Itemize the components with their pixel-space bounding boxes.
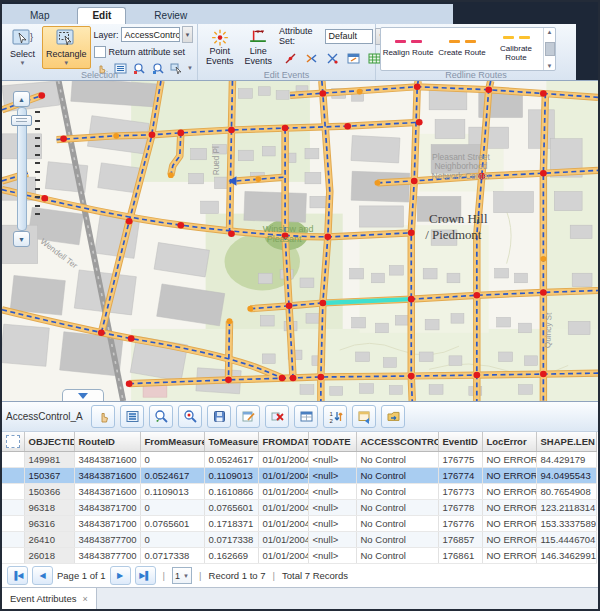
column-header[interactable]: ToMeasure [204,432,258,452]
zoom-to-selected-icon[interactable] [149,405,173,428]
table-cell: <null> [308,548,356,564]
select-button[interactable]: } Select ▼ [6,26,39,69]
event-table: OBJECTID RouteID FromMeasure ToMeasure F… [2,432,597,564]
table-row[interactable]: 1499813484387160000.052461701/01/2004<nu… [2,452,596,468]
layer-dropdown-button[interactable]: ▼ [182,26,193,43]
table-row[interactable]: 264103484387770000.071733801/01/2004<nul… [2,532,596,548]
table-cell: 0.162669 [204,548,258,564]
tab-review[interactable]: Review [140,8,201,24]
line-events-button[interactable]: Line Events [241,26,277,69]
zoom-in-button[interactable]: ▲ [13,91,30,107]
save-icon[interactable] [207,405,231,428]
point-events-button[interactable]: Point Events [202,26,238,69]
chevron-down-icon: ▼ [183,573,189,579]
map-canvas[interactable]: Wendell Ter Rued Pl Quincy St Winslow an… [2,81,598,401]
realign-route-button[interactable]: Realign Route [381,40,435,57]
page-indicator: Page 1 of 1 [57,570,106,581]
event-table-grid: OBJECTID RouteID FromMeasure ToMeasure F… [2,432,598,564]
edit-attributes-icon[interactable] [236,405,260,428]
column-header[interactable]: FROMDATE [258,432,308,452]
table-cell: 0.1610866 [204,484,258,500]
table-cell: 176778 [438,500,482,516]
table-cell: 34843877700 [74,532,140,548]
row-selector[interactable] [2,532,24,548]
last-page-button[interactable]: ▶▌ [135,566,156,585]
calibrate-route-button[interactable]: Calibrate Route [489,36,543,62]
event-table-body: 1499813484387160000.052461701/01/2004<nu… [2,452,596,564]
table-row[interactable]: 963183484387170000.076560101/01/2004<nul… [2,500,596,516]
tab-map[interactable]: Map [16,8,63,24]
table-cell: 176774 [438,468,482,484]
row-selector[interactable] [2,516,24,532]
svg-text:2: 2 [329,418,333,424]
scroll-down-icon[interactable]: ▼ [547,63,553,69]
table-row[interactable]: 150366348438716000.11090130.161086601/01… [2,484,596,500]
table-row[interactable]: 26018348438777000.07173380.16266901/01/2… [2,548,596,564]
tab-edit[interactable]: Edit [77,7,126,24]
page-select[interactable]: 1 ▼ [172,567,192,584]
zoom-slider-handle[interactable] [11,115,32,126]
gallery-scrollbar[interactable]: ▲ ▼ [543,28,555,70]
ribbon-filler [576,24,598,80]
table-cell: 01/01/2004 [258,532,308,548]
layer-select[interactable]: AccessControl_A [121,27,180,42]
table-cell: 34843871600 [74,484,140,500]
open-window-icon[interactable] [352,405,376,428]
pan-to-selected-icon[interactable] [178,405,202,428]
poi-label: Network Center [432,171,491,181]
table-cell: <null> [308,468,356,484]
column-header[interactable]: OBJECTID [24,432,74,452]
column-header[interactable]: ACCESSCONTROL [356,432,438,452]
table-cell: 0 [140,532,204,548]
column-header[interactable]: LocError [482,432,536,452]
event-attributes-window-icon[interactable] [344,49,363,67]
event-attributes-tab[interactable]: Event Attributes × [2,588,97,609]
retire-event-icon[interactable] [323,49,342,67]
table-cell: 150366 [24,484,74,500]
map-view[interactable]: Wendell Ter Rued Pl Quincy St Winslow an… [2,81,598,401]
sort-icon[interactable]: 12 [323,405,347,428]
close-icon[interactable]: × [83,594,88,604]
column-header[interactable]: RouteID [74,432,140,452]
next-page-button[interactable]: ▶ [110,566,131,585]
split-event-icon[interactable] [281,49,300,67]
panel-collapse-tab[interactable] [62,389,104,401]
table-cell: No Control [356,500,438,516]
row-selector[interactable] [2,548,24,564]
column-header[interactable]: FromMeasure [140,432,204,452]
rectangle-tool-icon [54,28,78,50]
rectangle-button[interactable]: Rectangle ▼ [42,26,91,69]
event-table-panel: AccessControl_A [2,401,598,587]
table-cell: <null> [308,532,356,548]
select-features-icon[interactable] [91,405,115,428]
show-list-icon[interactable] [120,405,144,428]
row-selector[interactable] [2,452,24,468]
export-icon[interactable] [381,405,405,428]
selector-column-header[interactable] [2,432,24,452]
page-select-value: 1 [175,571,180,581]
table-row[interactable]: 96316348438717000.07656010.171837101/01/… [2,516,596,532]
scrollbar-thumb[interactable] [545,42,555,56]
merge-events-icon[interactable] [302,49,321,67]
table-row[interactable]: 150367348438716000.05246170.110901301/01… [2,468,596,484]
realign-route-label: Realign Route [383,48,434,57]
column-header[interactable]: EventID [438,432,482,452]
row-selector[interactable] [2,468,24,484]
table-cell: NO ERROR [482,532,536,548]
create-route-button[interactable]: Create Route [435,40,489,57]
table-cell: 26410 [24,532,74,548]
show-table-icon[interactable] [294,405,318,428]
attribute-set-select[interactable]: Default [325,29,373,44]
edit-events-group: Point Events Line Events Attribute Set: … [198,24,376,80]
column-header[interactable]: TODATE [308,432,356,452]
row-selector[interactable] [2,500,24,516]
row-selector[interactable] [2,484,24,500]
column-header[interactable]: SHAPE.LEN [536,432,596,452]
zoom-out-button[interactable]: ▼ [13,231,30,247]
first-page-button[interactable]: ▐◀ [7,566,28,585]
return-attribute-set-checkbox[interactable] [94,46,106,58]
previous-page-button[interactable]: ◀ [32,566,53,585]
scroll-up-icon[interactable]: ▲ [547,29,553,35]
delete-selected-icon[interactable] [265,405,289,428]
calibrate-route-label: Calibrate Route [489,44,543,62]
